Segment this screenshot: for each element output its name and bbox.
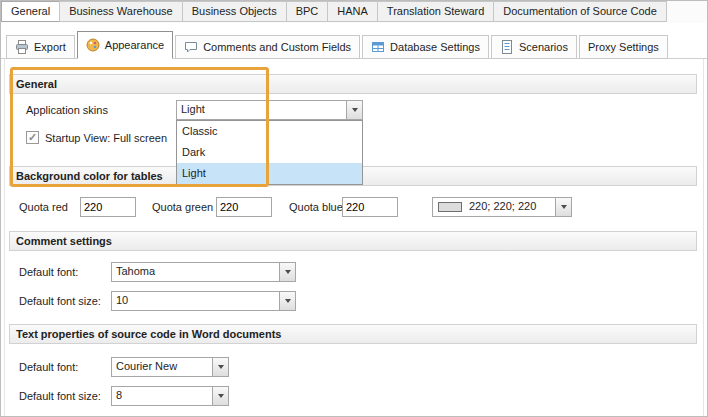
chevron-down-icon (218, 394, 224, 398)
background-color-dropdown-button[interactable] (555, 198, 571, 216)
database-icon (371, 40, 385, 54)
word-default-font-size-combobox[interactable]: 8 (111, 386, 229, 406)
chevron-down-icon (285, 270, 291, 274)
tab-translation-steward[interactable]: Translation Steward (377, 1, 494, 22)
group-header-comment-settings: Comment settings (9, 231, 697, 251)
background-color-value: 220; 220; 220 (469, 200, 553, 212)
tab-proxy-settings[interactable]: Proxy Settings (579, 35, 668, 59)
quota-green-input[interactable] (216, 197, 272, 217)
tab-export[interactable]: Export (6, 35, 75, 59)
tab-database-settings[interactable]: Database Settings (362, 35, 489, 59)
group-header-general: General (9, 74, 697, 94)
primary-tab-bar: General Business Warehouse Business Obje… (1, 1, 707, 23)
comment-default-font-combobox[interactable]: Tahoma (111, 262, 296, 282)
comment-default-font-label: Default font: (19, 266, 78, 278)
tab-appearance[interactable]: Appearance (77, 31, 173, 59)
quota-blue-input[interactable] (342, 197, 398, 217)
scenarios-icon (500, 40, 514, 54)
tab-hana[interactable]: HANA (327, 1, 378, 22)
word-default-font-label: Default font: (19, 361, 78, 373)
dropdown-option-dark[interactable]: Dark (177, 142, 362, 163)
chevron-down-icon (561, 205, 567, 209)
color-swatch (438, 202, 462, 212)
export-icon (15, 40, 29, 54)
comments-icon (184, 40, 198, 54)
comment-font-size-dropdown-button[interactable] (279, 292, 295, 310)
background-color-combobox[interactable]: 220; 220; 220 (432, 197, 572, 217)
comment-default-font-size-label: Default font size: (19, 295, 101, 307)
tab-general[interactable]: General (1, 1, 60, 22)
tab-export-label: Export (34, 41, 66, 53)
tab-comments-label: Comments and Custom Fields (203, 41, 351, 53)
chevron-down-icon (285, 299, 291, 303)
tab-proxy-settings-label: Proxy Settings (588, 41, 659, 53)
tab-bpc[interactable]: BPC (286, 1, 329, 22)
application-skins-dropdown-list: Classic Dark Light (176, 120, 363, 185)
application-skins-value: Light (181, 103, 344, 115)
word-default-font-size-label: Default font size: (19, 390, 101, 402)
comment-default-font-value: Tahoma (116, 265, 277, 277)
application-skins-combobox[interactable]: Light (176, 100, 363, 120)
chevron-down-icon (218, 365, 224, 369)
application-skins-label: Application skins (26, 104, 108, 116)
word-font-dropdown-button[interactable] (212, 358, 228, 376)
word-font-size-dropdown-button[interactable] (212, 387, 228, 405)
quota-green-label: Quota green (152, 201, 213, 213)
tab-scenarios-label: Scenarios (519, 41, 568, 53)
word-default-font-size-value: 8 (116, 389, 210, 401)
tab-scenarios[interactable]: Scenarios (491, 35, 577, 59)
checkbox-check-icon: ✓ (28, 132, 37, 143)
quota-red-label: Quota red (19, 201, 68, 213)
quota-red-input[interactable] (80, 197, 136, 217)
dropdown-option-light[interactable]: Light (177, 163, 362, 184)
quota-blue-label: Quota blue (289, 201, 343, 213)
tab-comments-and-custom-fields[interactable]: Comments and Custom Fields (175, 35, 360, 59)
comment-font-dropdown-button[interactable] (279, 263, 295, 281)
dropdown-option-classic[interactable]: Classic (177, 121, 362, 142)
startup-fullscreen-checkbox[interactable]: ✓ (26, 131, 39, 144)
tab-documentation-of-source-code[interactable]: Documentation of Source Code (493, 1, 666, 22)
tab-business-objects[interactable]: Business Objects (182, 1, 287, 22)
startup-fullscreen-label: Startup View: Full screen (45, 132, 167, 144)
tab-appearance-label: Appearance (105, 39, 164, 51)
appearance-icon (86, 38, 100, 52)
chevron-down-icon (352, 108, 358, 112)
tab-database-settings-label: Database Settings (390, 41, 480, 53)
word-default-font-combobox[interactable]: Courier New (111, 357, 229, 377)
word-default-font-value: Courier New (116, 360, 210, 372)
tab-business-warehouse[interactable]: Business Warehouse (59, 1, 183, 22)
comment-default-font-size-value: 10 (116, 294, 277, 306)
settings-window: General Business Warehouse Business Obje… (0, 0, 708, 417)
application-skins-dropdown-button[interactable] (346, 101, 362, 119)
comment-default-font-size-combobox[interactable]: 10 (111, 291, 296, 311)
secondary-tab-bar: Export Appearance Comments and Custom Fi… (6, 31, 707, 59)
group-header-word-text-properties: Text properties of source code in Word d… (9, 324, 697, 344)
